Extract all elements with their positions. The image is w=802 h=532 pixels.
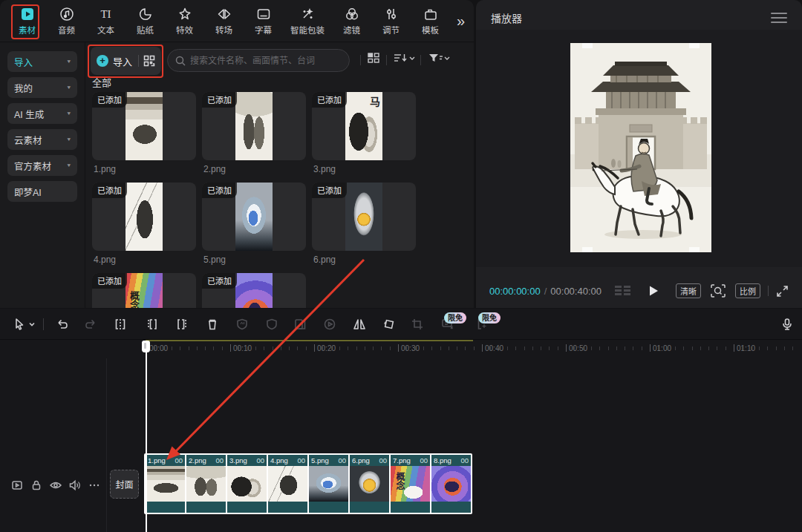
filename: 3.png [313,164,336,174]
sidebar-item-official-material[interactable]: 官方素材▾ [7,155,77,176]
shield-icon[interactable] [263,315,281,333]
divider [360,55,361,65]
ruler-label: 00:40 [485,344,503,352]
delete-button[interactable] [203,315,221,333]
ruler-tick-minor [490,347,491,350]
nav-smart-package[interactable]: 智能包装 [283,6,332,36]
cursor-dropdown-chevron[interactable] [27,315,37,333]
ruler-tick-minor [189,347,189,350]
sidebar-item-jimeng-ai[interactable]: 即梦AI [7,181,77,202]
sidebar-item-mine[interactable]: 我的▾ [7,77,77,98]
limited-free-badge: 限免 [444,312,466,324]
redo-button[interactable] [82,315,100,333]
filename: 1.png [94,164,116,174]
ruler-tick-major [566,344,567,352]
filter-funnel-icon[interactable] [428,51,450,68]
clip-thumbnail: 概念 [391,466,430,502]
clip-footer [268,502,307,513]
sidebar-item-ai-generate[interactable]: AI 生成▾ [7,103,77,124]
timeline-clip-6[interactable]: 6.png00 [350,455,389,513]
track-header-divider [106,358,107,532]
crop-icon[interactable] [408,315,426,333]
select-cursor-tool[interactable] [10,315,28,333]
ruler-tick-minor [751,347,752,350]
nav-subtitle[interactable]: 字幕 [244,6,283,36]
timeline-toolbar: 限免 限免 [0,309,802,340]
search-input[interactable] [190,56,339,66]
timeline-clip-2[interactable]: 2.png00 [186,455,226,513]
nav-label: 字幕 [255,24,272,36]
rotate-icon[interactable] [380,315,398,333]
media-card-2[interactable]: 已添加 [202,92,306,160]
nav-text[interactable]: TI 文本 [86,6,125,36]
ruler-tick-minor [759,347,760,350]
trim-left-icon[interactable] [143,315,160,333]
nav-label: 贴纸 [137,24,154,36]
search-bar[interactable] [167,49,350,72]
ruler-tick-minor [348,347,348,350]
timeline-clip-8[interactable]: 8.png00 [431,455,471,513]
nav-material[interactable]: 素材 [7,6,47,36]
nav-sticker[interactable]: 贴纸 [125,6,165,36]
clip-duration: 00 [338,456,346,464]
hide-track-icon[interactable] [49,479,62,492]
media-card-6[interactable]: 已添加 [312,183,416,251]
clip-thumbnail [227,466,267,502]
playhead-handle[interactable] [142,341,150,352]
undo-button[interactable] [53,315,71,333]
timeline-clip-4[interactable]: 4.png00 [268,455,307,513]
nav-template[interactable]: 模板 [411,6,450,36]
nav-effects[interactable]: 特效 [165,6,204,36]
nav-audio[interactable]: 音频 [47,6,86,36]
ruler-tick-minor [356,347,357,350]
clarity-button[interactable]: 清晰 [676,283,701,298]
grid-view-icon[interactable] [367,51,380,68]
ruler-tick-minor [524,347,525,350]
lock-track-icon[interactable] [30,479,43,492]
ruler-tick-minor [625,347,625,350]
timeline-clip-3[interactable]: 3.png00 [227,455,267,513]
sort-order-icon[interactable] [393,51,415,68]
thumbnail-statue-gold-horse [345,183,382,251]
overlay-copy-icon[interactable] [291,315,309,333]
mute-track-icon[interactable] [68,479,82,492]
nav-transition[interactable]: 转场 [204,6,244,36]
trim-right-icon[interactable] [174,315,192,333]
sidebar-item-import[interactable]: 导入▾ [7,51,77,72]
frame-view-icon[interactable] [613,284,633,298]
media-card-4[interactable]: 已添加 [92,183,196,251]
timeline-clip-5[interactable]: 5.png00 [309,455,348,513]
chevron-down-icon: ▾ [67,111,71,116]
added-badge: 已添加 [202,273,237,289]
player-menu-icon[interactable] [771,13,787,23]
import-button[interactable]: + 导入 [91,47,161,75]
media-card-8[interactable]: 已添加 [202,273,306,308]
ai-shield-icon[interactable] [233,315,251,333]
timeline-clip-1[interactable]: 1.png00 [146,455,185,513]
cover-button[interactable]: 封面 [110,470,139,499]
fullscreen-icon[interactable] [776,285,789,298]
ruler-tick-minor [322,347,323,350]
nav-more-chevron[interactable]: » [457,13,463,30]
preview-play-icon[interactable] [321,315,339,333]
track-more-icon[interactable] [88,479,101,492]
ratio-button[interactable]: 比例 [735,283,760,298]
media-card-1[interactable]: 已添加 [92,92,196,160]
timeline-ruler[interactable]: 00:0000:1000:2000:3000:4000:5001:0001:10 [0,341,802,358]
nav-label: 智能包装 [290,24,325,36]
timeline-clip-7[interactable]: 7.png00概念 [391,455,430,513]
ruler-tick-minor [515,347,516,350]
split-clip-icon[interactable] [111,315,129,333]
media-card-3[interactable]: 马 已添加 [312,92,416,160]
nav-adjust[interactable]: 调节 [371,6,411,36]
play-button[interactable] [648,285,659,297]
sidebar-item-cloud-material[interactable]: 云素材▾ [7,129,77,150]
microphone-icon[interactable] [778,315,796,333]
media-card-7[interactable]: 概念 已添加 [92,273,196,308]
qr-scan-icon[interactable] [143,55,155,67]
ruler-tick-minor [390,347,391,350]
nav-filter[interactable]: 滤镜 [332,6,371,36]
media-card-5[interactable]: 已添加 [202,183,306,251]
mirror-flip-icon[interactable] [351,315,368,333]
preview-zoom-icon[interactable] [710,283,726,298]
